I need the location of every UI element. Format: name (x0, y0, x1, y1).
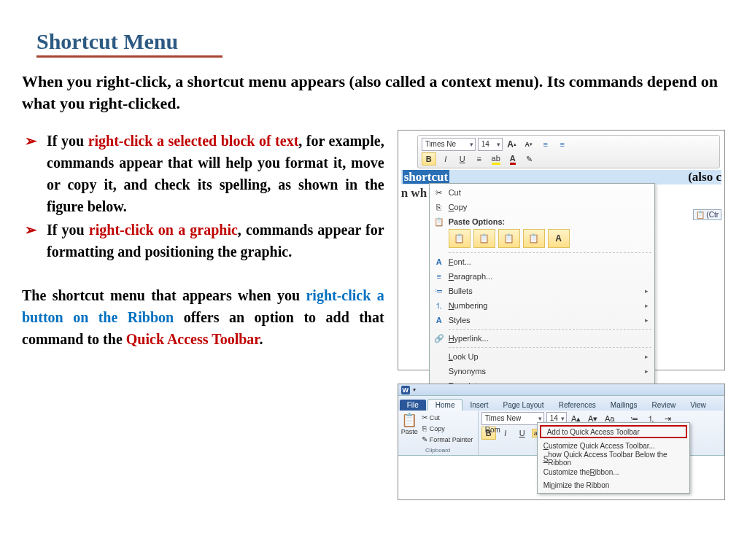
chevron-right-icon: ▸ (645, 368, 649, 375)
group-label: Clipboard (401, 447, 475, 454)
selected-text: shortcut (also c (401, 170, 721, 184)
bullet-text: If you (47, 222, 89, 238)
tab-view[interactable]: View (683, 400, 713, 411)
menu-lookup[interactable]: Look Up ▸ (430, 349, 654, 364)
paste-icon: 📋 (430, 214, 449, 229)
copy-button[interactable]: ⎘Copy (419, 423, 473, 433)
ctrl-hint: 📋 (Ctr (693, 209, 721, 220)
bullet-list: If you right-click a selected block of t… (25, 130, 384, 262)
chevron-right-icon: ▸ (645, 353, 649, 360)
word-app-icon: W (401, 386, 410, 394)
ribbon-tabs: File Home Insert Page Layout References … (398, 396, 724, 411)
menu-synonyms[interactable]: Synonyms ▸ (430, 364, 654, 378)
chevron-right-icon: ▸ (645, 316, 649, 324)
titlebar: W ▾ (398, 384, 724, 396)
tab-page-layout[interactable]: Page Layout (495, 400, 551, 411)
p2-t3: . (259, 331, 263, 347)
figure-ribbon-context-menu: W ▾ File Home Insert Page Layout Referen… (398, 384, 725, 500)
p2-red: Quick Access Toolbar (126, 331, 260, 347)
cut-icon: ✂ (430, 185, 449, 200)
tab-mailings[interactable]: Mailings (603, 400, 645, 411)
mini-toolbar: Times Ne 14 A▴ A▾ ≡ ≡ B I U ≡ ab A (417, 135, 720, 168)
paragraph-icon: ≡ (430, 269, 449, 284)
tab-references[interactable]: References (551, 400, 603, 411)
bullet-em: right-click on a graphic (89, 222, 238, 238)
paste-keep-source[interactable]: 📋 (449, 229, 471, 248)
tab-review[interactable]: Review (644, 400, 683, 411)
bullets-icon: ≔ (430, 284, 449, 298)
menu-cut[interactable]: ✂ Cut (430, 185, 654, 200)
menu-minimize-ribbon[interactable]: Minimize the Ribbon (538, 478, 689, 491)
tab-home[interactable]: Home (427, 399, 463, 411)
paste-text[interactable]: 📋 (498, 229, 520, 248)
menu-styles[interactable]: A Styles ▸ (430, 313, 654, 327)
paste-keep-text[interactable]: A (548, 229, 570, 248)
context-menu: ✂ Cut ⎘ Copy 📋 Paste Options: 📋 📋 � (429, 183, 655, 413)
cut-button[interactable]: ✂Cut (419, 412, 473, 422)
grow-font-button[interactable]: A▴ (505, 138, 519, 151)
underline-button[interactable]: U (455, 152, 470, 166)
bullet-text: If you (47, 133, 88, 149)
bullet-item: If you right-click on a graphic, command… (25, 219, 384, 262)
paste-options-row: 📋 📋 📋 📋 A (430, 229, 654, 251)
ribbon-paragraph: The shortcut menu that appears when you … (22, 284, 384, 350)
menu-font[interactable]: A Font... (430, 254, 654, 269)
selected-text-line2: n wh (401, 186, 427, 201)
selection-tail: (also c (688, 170, 721, 184)
ribbon-context-menu: Add to Quick Access Toolbar Customize Qu… (537, 422, 690, 494)
paste-picture[interactable]: 📋 (523, 229, 545, 248)
indent-left-button[interactable]: ≡ (538, 138, 553, 151)
paste-icon[interactable]: 📋 (401, 412, 417, 428)
highlight-button[interactable]: ab (489, 152, 503, 166)
selection: shortcut (403, 170, 449, 184)
menu-add-to-qat[interactable]: Add to Quick Access Toolbar (540, 425, 687, 438)
indent-right-button[interactable]: ≡ (555, 138, 570, 151)
font-color-button[interactable]: A (506, 152, 520, 166)
menu-paragraph[interactable]: ≡ Paragraph... (430, 269, 654, 284)
font-name-combo[interactable]: Times New Rom (481, 412, 544, 425)
format-painter-button[interactable]: ✎Format Painter (419, 434, 473, 444)
align-center-button[interactable]: ≡ (472, 152, 487, 166)
tab-insert[interactable]: Insert (462, 400, 495, 411)
menu-copy[interactable]: ⎘ Copy (430, 200, 654, 214)
italic-button[interactable]: I (438, 152, 453, 166)
shrink-font-button[interactable]: A▾ (522, 138, 536, 151)
copy-icon: ⎘ (430, 200, 449, 214)
page-title: Shortcut Menu (36, 29, 725, 54)
menu-customize-ribbon[interactable]: Customize the Ribbon... (538, 465, 689, 478)
font-icon: A (430, 254, 449, 269)
bold-button[interactable]: B (422, 152, 436, 166)
font-combo[interactable]: Times Ne (422, 138, 476, 151)
figure-context-menu-text: Times Ne 14 A▴ A▾ ≡ ≡ B I U ≡ ab A (398, 130, 725, 370)
format-painter-button[interactable]: ✎ (522, 152, 537, 166)
hyperlink-icon: 🔗 (430, 331, 449, 346)
p2-t1: The shortcut menu that appears when you (22, 287, 306, 303)
intro-paragraph: When you right-click, a shortcut menu ap… (22, 71, 725, 114)
font-size-combo[interactable]: 14 (478, 138, 503, 151)
styles-icon: A (430, 313, 449, 327)
menu-bullets[interactable]: ≔ Bullets ▸ (430, 284, 654, 298)
menu-hyperlink[interactable]: 🔗 Hyperlink... (430, 331, 654, 346)
title-underline (36, 55, 222, 58)
chevron-right-icon: ▸ (645, 302, 649, 309)
paste-merge[interactable]: 📋 (473, 229, 495, 248)
bullet-em: right-click a selected block of text (88, 133, 299, 149)
chevron-right-icon: ▸ (645, 287, 649, 295)
menu-paste-options-label: 📋 Paste Options: (430, 214, 654, 229)
bullet-item: If you right-click a selected block of t… (25, 130, 384, 217)
underline[interactable]: U (515, 427, 530, 440)
tab-file[interactable]: File (400, 400, 426, 411)
menu-numbering[interactable]: ⒈ Numbering ▸ (430, 298, 654, 313)
paste-button[interactable]: Paste (401, 428, 418, 435)
menu-show-qat-below[interactable]: Show Quick Access Toolbar Below the Ribb… (538, 452, 689, 465)
numbering-icon: ⒈ (430, 298, 449, 313)
